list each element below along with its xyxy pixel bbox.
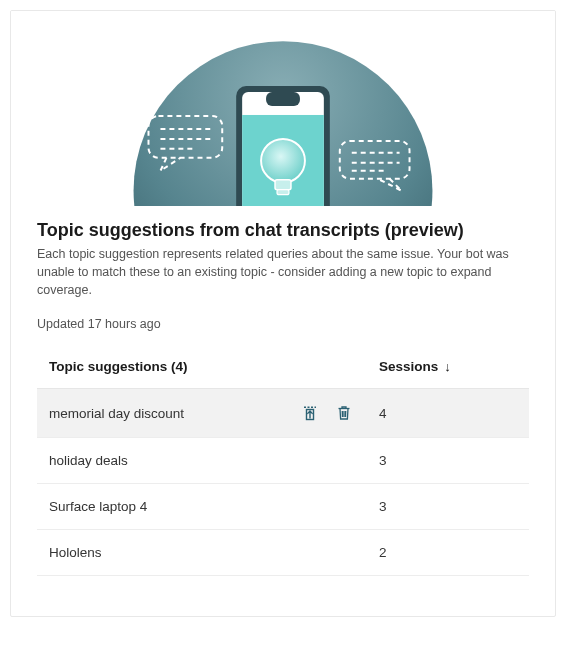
row-actions — [301, 404, 379, 422]
cell-topic: holiday deals — [49, 453, 379, 468]
sort-descending-icon: ↓ — [444, 359, 451, 374]
suggestions-card: Topic suggestions from chat transcripts … — [10, 10, 556, 617]
delete-icon[interactable] — [335, 404, 353, 422]
svg-point-5 — [261, 139, 305, 183]
card-title: Topic suggestions from chat transcripts … — [37, 220, 529, 241]
topic-name: holiday deals — [49, 453, 379, 468]
table-row[interactable]: holiday deals3 — [37, 438, 529, 484]
card-content: Topic suggestions from chat transcripts … — [11, 220, 555, 616]
add-to-topics-icon[interactable] — [301, 404, 319, 422]
suggestions-table: Topic suggestions (4) Sessions ↓ memoria… — [37, 345, 529, 576]
cell-topic: Surface laptop 4 — [49, 499, 379, 514]
column-header-sessions[interactable]: Sessions ↓ — [379, 359, 517, 374]
svg-rect-4 — [266, 92, 300, 106]
topic-name: memorial day discount — [49, 406, 295, 421]
cell-sessions: 3 — [379, 453, 517, 468]
hero-illustration — [11, 11, 555, 206]
table-row[interactable]: Hololens2 — [37, 530, 529, 576]
cell-sessions: 4 — [379, 406, 517, 421]
table-body: memorial day discount 4holiday deals3Sur… — [37, 389, 529, 576]
updated-timestamp: Updated 17 hours ago — [37, 317, 529, 331]
column-header-topic-label: Topic suggestions (4) — [49, 359, 188, 374]
lightbulb-phone-illustration — [11, 11, 555, 206]
column-header-sessions-label: Sessions — [379, 359, 438, 374]
cell-topic: memorial day discount — [49, 404, 379, 422]
table-header-row: Topic suggestions (4) Sessions ↓ — [37, 345, 529, 389]
cell-topic: Hololens — [49, 545, 379, 560]
cell-sessions: 2 — [379, 545, 517, 560]
svg-rect-6 — [275, 180, 291, 190]
cell-sessions: 3 — [379, 499, 517, 514]
card-description: Each topic suggestion represents related… — [37, 245, 529, 299]
topic-name: Hololens — [49, 545, 379, 560]
table-row[interactable]: Surface laptop 43 — [37, 484, 529, 530]
topic-name: Surface laptop 4 — [49, 499, 379, 514]
table-row[interactable]: memorial day discount 4 — [37, 389, 529, 438]
column-header-topic[interactable]: Topic suggestions (4) — [49, 359, 379, 374]
svg-rect-7 — [277, 190, 289, 195]
